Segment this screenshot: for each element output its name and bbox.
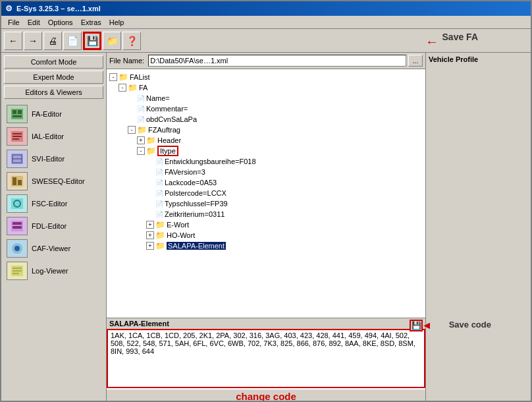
expert-mode-button[interactable]: Expert Mode	[4, 71, 103, 84]
expand-howort[interactable]: +	[146, 231, 154, 239]
menu-bar: File Edit Options Extras Help	[1, 16, 531, 29]
editors-viewers-button[interactable]: Editors & Viewers	[4, 86, 103, 99]
sidebar-item-fa-editor[interactable]: FA-Editor	[4, 103, 103, 125]
save-code-icon: 💾	[412, 321, 421, 330]
save-code-arrow-right: ◄	[421, 320, 432, 331]
tree-label-fzauftrag: FZAuftrag	[148, 126, 180, 134]
file-icon-kommentar: 📄	[137, 105, 145, 113]
tree-node-zeitkriterium[interactable]: 📄 Zeitkriterium=0311	[109, 209, 423, 219]
tree-label-entwicklung: Entwicklungsbaureihe=F018	[165, 158, 256, 165]
file-browse-button[interactable]: ...	[408, 55, 423, 67]
menu-edit[interactable]: Edit	[24, 18, 44, 27]
back-button[interactable]: ←	[4, 32, 22, 50]
sidebar-item-ial-editor[interactable]: IAL-Editor	[4, 126, 103, 147]
tree-node-ewort[interactable]: + 📁 E-Wort	[109, 219, 423, 230]
tree-view: - 📁 FAList - 📁 FA 📄 Name=	[107, 69, 425, 318]
tree-label-zeitkriterium: Zeitkriterium=0311	[165, 210, 225, 218]
tree-label-howort: HO-Wort	[167, 231, 195, 239]
expand-itype[interactable]: -	[137, 147, 145, 155]
forward-button[interactable]: →	[24, 32, 42, 50]
file-icon-obdcvn: 📄	[137, 116, 145, 123]
ial-editor-label: IAL-Editor	[32, 132, 64, 140]
tree-node-polstercode[interactable]: 📄 Polstercode=LCCX	[109, 188, 423, 198]
tree-node-salapa[interactable]: + 📁 SALAPA-Element	[109, 241, 423, 251]
menu-extras[interactable]: Extras	[77, 18, 105, 27]
sidebar-item-sweseq-editor[interactable]: SWESEQ-Editor	[4, 171, 103, 192]
tree-node-fzauftrag[interactable]: - 📁 FZAuftrag	[109, 125, 423, 135]
sidebar-item-caf-viewer[interactable]: CAF-Viewer	[4, 238, 103, 259]
help-button[interactable]: ❓	[122, 32, 141, 50]
svg-rect-1	[13, 110, 16, 114]
save-code-button[interactable]: 💾	[410, 320, 423, 331]
sidebar-item-log-viewer[interactable]: Log-Viewer	[4, 260, 103, 281]
sweseq-editor-icon	[7, 172, 28, 190]
file-name-input[interactable]	[148, 55, 406, 67]
file-icon-polstercode: 📄	[155, 190, 163, 197]
folder-icon-itype: 📁	[146, 146, 156, 156]
svg-rect-2	[18, 110, 22, 114]
menu-file[interactable]: File	[4, 18, 24, 27]
tree-node-kommentar[interactable]: 📄 Kommentar=	[109, 103, 423, 114]
tree-label-polstercode: Polstercode=LCCX	[165, 189, 226, 197]
tree-label-fa: FA	[139, 84, 147, 92]
file-name-label: File Name:	[109, 57, 144, 65]
tree-node-name[interactable]: 📄 Name=	[109, 93, 423, 103]
folder-icon-fzauftrag: 📁	[137, 125, 147, 134]
tree-node-fa[interactable]: - 📁 FA	[109, 82, 423, 93]
print-button[interactable]: 🖨	[43, 32, 62, 50]
save-fa-button[interactable]: 💾	[83, 32, 101, 50]
svg-rect-17	[13, 222, 22, 225]
expand-fzauftrag[interactable]: -	[128, 126, 136, 134]
file-name-bar: File Name: ...	[107, 53, 425, 69]
tree-node-faversion[interactable]: 📄 FAVersion=3	[109, 167, 423, 177]
tree-label-obdcvn: obdCvnSaLaPa	[146, 115, 197, 123]
new-button[interactable]: 📄	[63, 32, 82, 50]
expand-fa[interactable]: -	[119, 84, 126, 92]
sidebar-item-fdl-editor[interactable]: FDL-Editor	[4, 215, 103, 237]
tree-node-entwicklung[interactable]: 📄 Entwicklungsbaureihe=F018	[109, 156, 423, 167]
vehicle-profile-label: Vehicle Profile	[429, 55, 528, 63]
svi-editor-icon	[7, 150, 28, 168]
title-bar: ⚙ E-Sys 3.25.3 – se…1.xml	[1, 1, 531, 16]
code-label: SALAPA-Element	[109, 320, 169, 328]
menu-help[interactable]: Help	[105, 18, 128, 27]
fa-editor-label: FA-Editor	[32, 110, 62, 118]
sidebar-item-svi-editor[interactable]: SVI-Editor	[4, 148, 103, 169]
right-panel: Vehicle Profile	[425, 53, 531, 402]
code-text-area[interactable]	[107, 329, 425, 388]
tree-node-itype[interactable]: - 📁 Itype	[109, 146, 423, 156]
svg-rect-12	[13, 177, 16, 185]
folder-icon-header: 📁	[146, 136, 156, 145]
fsc-editor-label: FSC-Editor	[32, 200, 67, 208]
tree-node-howort[interactable]: + 📁 HO-Wort	[109, 230, 423, 241]
expand-header[interactable]: +	[137, 136, 145, 144]
svg-rect-6	[13, 136, 22, 137]
comfort-mode-button[interactable]: Comfort Mode	[4, 55, 103, 69]
tree-node-typschlussel[interactable]: 📄 Typschlussel=FP39	[109, 198, 423, 209]
tree-node-header[interactable]: + 📁 Header	[109, 135, 423, 146]
open-button[interactable]: 📁	[103, 32, 121, 50]
code-label-bar: SALAPA-Element 💾 ◄ Save code	[107, 318, 425, 329]
fsc-editor-icon	[7, 194, 28, 213]
tree-node-obdcvn[interactable]: 📄 obdCvnSaLaPa	[109, 114, 423, 125]
file-icon-lackcode: 📄	[155, 179, 163, 187]
folder-icon-salapa: 📁	[155, 241, 165, 250]
sidebar-item-fsc-editor[interactable]: FSC-Editor	[4, 193, 103, 214]
tree-label-typschlussel: Typschlussel=FP39	[165, 200, 228, 208]
svg-rect-18	[13, 226, 22, 229]
tree-label-falist: FAList	[130, 73, 150, 81]
file-icon-typschlussel: 📄	[155, 200, 163, 208]
tree-label-ewort: E-Wort	[167, 221, 189, 229]
tree-node-lackcode[interactable]: 📄 Lackcode=0A53	[109, 177, 423, 188]
svg-point-20	[14, 246, 20, 251]
svg-rect-7	[13, 138, 19, 140]
sweseq-editor-label: SWESEQ-Editor	[32, 177, 85, 185]
expand-ewort[interactable]: +	[146, 221, 154, 229]
tree-node-falist[interactable]: - 📁 FAList	[109, 72, 423, 82]
expand-salapa[interactable]: +	[146, 242, 154, 250]
save-fa-arrow: ←	[425, 34, 439, 49]
caf-viewer-icon	[7, 239, 28, 258]
expand-falist[interactable]: -	[109, 73, 117, 81]
editor-list: FA-Editor IAL-Editor SVI-Editor SWESEQ-E…	[4, 103, 103, 281]
menu-options[interactable]: Options	[44, 18, 77, 27]
